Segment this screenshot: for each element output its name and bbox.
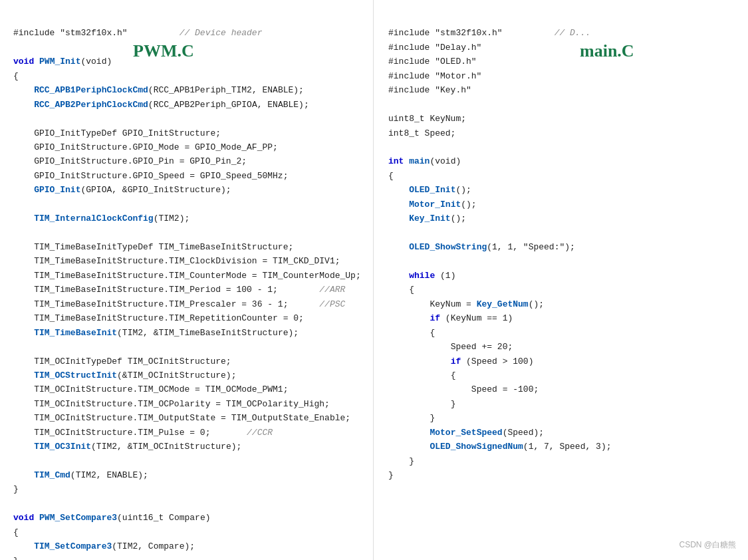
watermark: CSDN @白糖熊	[679, 539, 736, 551]
pwm-label: PWM.C	[133, 41, 194, 61]
right-panel: main.C #include "stm32f10x.h" // D... #i…	[374, 0, 748, 560]
main-label: main.C	[580, 41, 634, 61]
left-code: #include "stm32f10x.h" // Device header …	[13, 12, 360, 560]
left-panel: PWM.C #include "stm32f10x.h" // Device h…	[0, 0, 374, 560]
right-code: #include "stm32f10x.h" // D... #include …	[388, 12, 735, 497]
